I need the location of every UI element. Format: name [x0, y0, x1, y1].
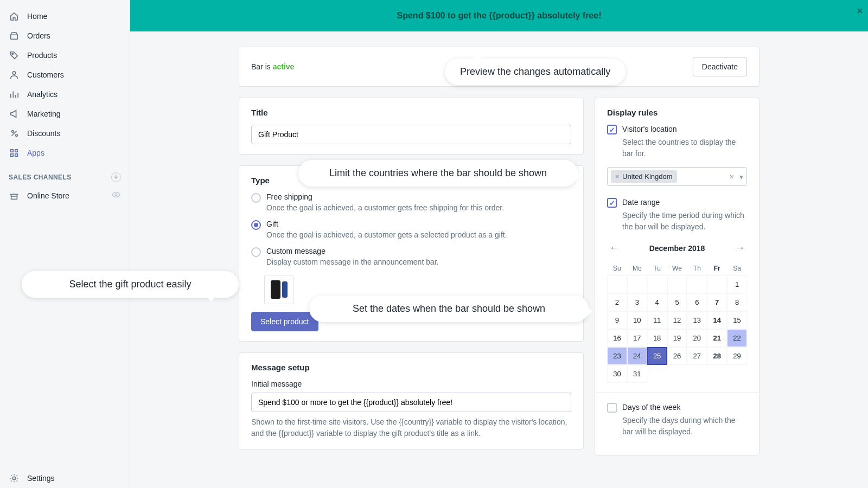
nav-customers[interactable]: Customers [0, 65, 130, 85]
chevron-down-icon[interactable]: ▾ [739, 172, 743, 181]
nav-label: Apps [27, 149, 44, 157]
nav-label: Orders [27, 31, 50, 40]
calendar-day[interactable]: 23 [607, 347, 627, 365]
nav-discounts[interactable]: Discounts [0, 124, 130, 143]
nav-label: Discounts [27, 129, 60, 138]
calendar-grid: 1234567891011121314151617181920212223242… [607, 275, 747, 383]
callout-gift-product: Select the gift product easily [22, 271, 239, 298]
orders-icon [9, 30, 20, 41]
message-setup-card: Message setup Initial message Shown to t… [239, 352, 584, 450]
calendar-day[interactable]: 5 [667, 293, 687, 311]
calendar-day[interactable]: 17 [627, 329, 647, 347]
nav-label: Online Store [27, 191, 69, 200]
calendar-day[interactable]: 24 [627, 347, 647, 365]
initial-message-input[interactable] [251, 393, 571, 412]
calendar-day[interactable]: 21 [707, 329, 727, 347]
svg-point-6 [115, 194, 117, 196]
calendar-day[interactable]: 12 [667, 311, 687, 329]
initial-message-label: Initial message [251, 380, 571, 388]
svg-point-1 [12, 72, 15, 74]
nav-orders[interactable]: Orders [0, 26, 130, 46]
callout-preview: Preview the changes automatically [445, 59, 626, 85]
status-active-label: active [273, 62, 295, 71]
eye-icon[interactable] [111, 190, 121, 201]
nav-analytics[interactable]: Analytics [0, 85, 130, 104]
calendar-day[interactable]: 2 [607, 293, 627, 311]
calendar-day[interactable]: 31 [627, 365, 647, 383]
calendar-day[interactable]: 7 [707, 293, 727, 311]
calendar-day[interactable]: 25 [647, 347, 667, 365]
calendar-day[interactable]: 19 [667, 329, 687, 347]
tag-icon [9, 50, 20, 61]
calendar-day[interactable]: 8 [727, 293, 747, 311]
nav-apps[interactable]: Apps [0, 143, 130, 163]
select-product-button[interactable]: Select product [251, 312, 318, 331]
next-month-icon[interactable]: → [733, 240, 747, 256]
calendar-day[interactable]: 6 [687, 293, 707, 311]
days-of-week-checkbox-row[interactable]: Days of the week [607, 403, 747, 413]
nav-label: Marketing [27, 110, 60, 118]
calendar-day[interactable]: 22 [727, 329, 747, 347]
calendar-day[interactable]: 15 [727, 311, 747, 329]
callout-countries: Limit the countries where the bar should… [298, 160, 578, 187]
nav-settings[interactable]: Settings [0, 468, 130, 488]
calendar-day[interactable]: 18 [647, 329, 667, 347]
callout-dates: Set the dates when the bar should be sho… [309, 296, 589, 322]
calendar-day[interactable]: 4 [647, 293, 667, 311]
calendar-day[interactable]: 10 [627, 311, 647, 329]
calendar-day[interactable]: 11 [647, 311, 667, 329]
rules-heading: Display rules [607, 108, 747, 117]
calendar-header: ← December 2018 → [607, 240, 747, 256]
date-desc: Specify the time period during which the… [622, 210, 747, 233]
store-icon [9, 190, 20, 201]
nav-products[interactable]: Products [0, 46, 130, 65]
radio-gift[interactable]: Gift Once the goal is achieved, a custom… [251, 220, 571, 239]
title-heading: Title [251, 108, 571, 117]
nav-label: Settings [27, 474, 55, 483]
calendar-day[interactable]: 27 [687, 347, 707, 365]
nav-label: Customers [27, 70, 64, 79]
location-desc: Select the countries to display the bar … [622, 137, 747, 159]
prev-month-icon[interactable]: ← [607, 240, 621, 256]
remove-country-icon[interactable]: × [615, 173, 619, 181]
checkbox-icon [607, 198, 617, 208]
calendar-day[interactable]: 14 [707, 311, 727, 329]
checkbox-icon [607, 403, 617, 413]
location-checkbox-row[interactable]: Visitor's location [607, 125, 747, 134]
calendar-day[interactable]: 13 [687, 311, 707, 329]
calendar-day[interactable]: 30 [607, 365, 627, 383]
radio-icon [251, 220, 261, 230]
product-thumbnail [264, 275, 293, 304]
title-input[interactable] [251, 125, 571, 144]
close-icon[interactable]: × [857, 5, 863, 17]
calendar-day[interactable]: 20 [687, 329, 707, 347]
calendar-day[interactable]: 3 [627, 293, 647, 311]
radio-free-shipping[interactable]: Free shipping Once the goal is achieved,… [251, 192, 571, 212]
calendar-day[interactable]: 1 [727, 275, 747, 293]
radio-custom-message[interactable]: Custom message Display custom message in… [251, 247, 571, 266]
megaphone-icon [9, 108, 20, 119]
person-icon [9, 69, 20, 80]
display-rules-card: Display rules Visitor's location Select … [595, 98, 760, 455]
nav-label: Analytics [27, 90, 58, 99]
country-pill: × United Kingdom [611, 170, 677, 183]
calendar-day[interactable]: 29 [727, 347, 747, 365]
date-range-checkbox-row[interactable]: Date range [607, 198, 747, 208]
calendar-day-headers: Su Mo Tu We Th Fr Sa [607, 261, 747, 275]
calendar-day[interactable]: 28 [707, 347, 727, 365]
nav-online-store[interactable]: Online Store [0, 185, 130, 206]
clear-icon[interactable]: × [730, 172, 734, 181]
nav-home[interactable]: Home [0, 7, 130, 26]
nav-marketing[interactable]: Marketing [0, 104, 130, 124]
calendar-day[interactable]: 16 [607, 329, 627, 347]
svg-rect-3 [15, 150, 18, 152]
calendar-day[interactable]: 9 [607, 311, 627, 329]
status-text: Bar is active [251, 62, 294, 71]
country-select[interactable]: × United Kingdom × ▾ [607, 167, 747, 186]
calendar-day[interactable]: 26 [667, 347, 687, 365]
title-card: Title [239, 98, 584, 155]
svg-rect-2 [11, 150, 14, 152]
radio-icon [251, 193, 261, 203]
add-channel-icon[interactable]: + [111, 172, 121, 182]
deactivate-button[interactable]: Deactivate [693, 57, 747, 76]
